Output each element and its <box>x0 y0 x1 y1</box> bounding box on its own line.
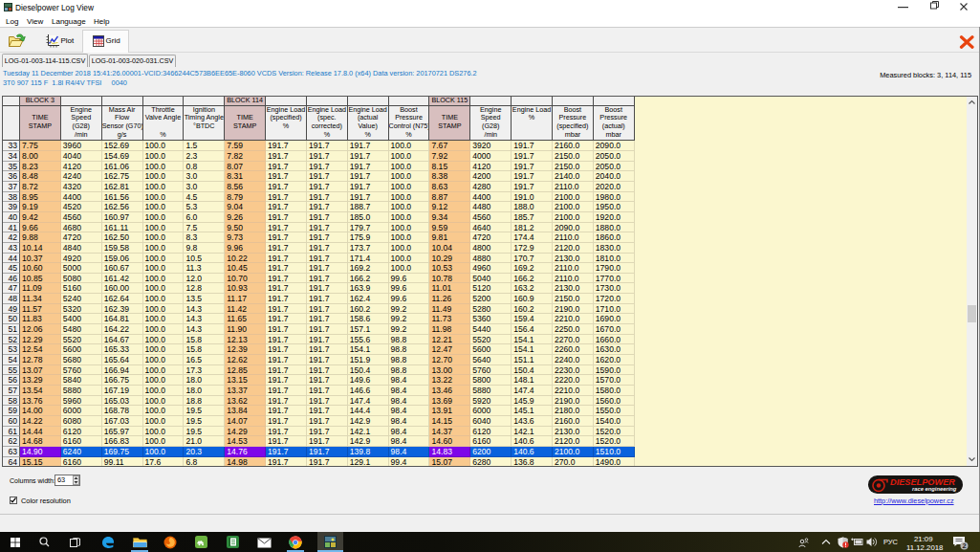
svg-text:2: 2 <box>962 541 966 550</box>
